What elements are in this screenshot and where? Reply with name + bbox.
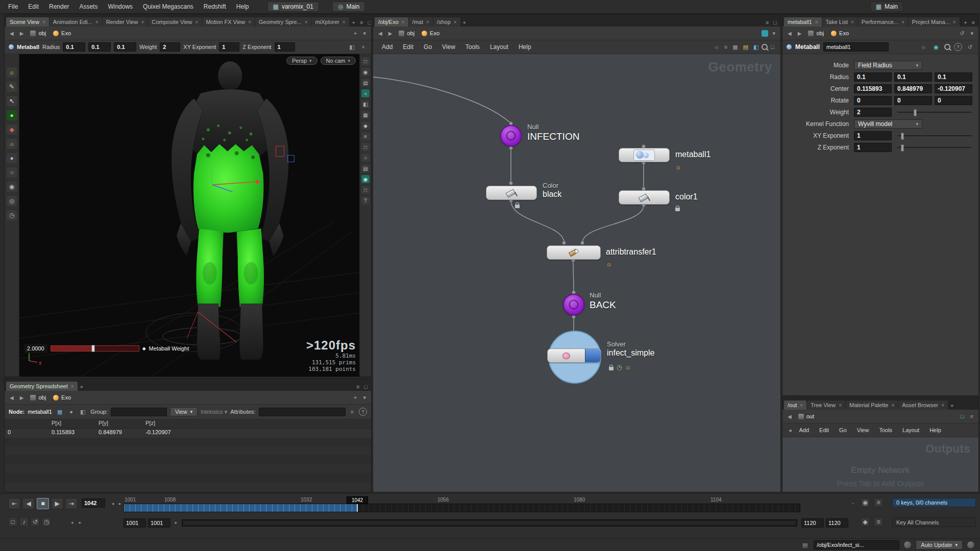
tab-close-icon[interactable]: ×: [141, 19, 144, 25]
viewport-option-icon[interactable]: ▤: [361, 164, 370, 172]
viewport-option-icon[interactable]: ▦: [361, 111, 370, 119]
scene-state-icon[interactable]: ●: [7, 110, 17, 120]
out-menu-help[interactable]: Help: [925, 426, 946, 434]
breadcrumb-obj[interactable]: obj: [28, 394, 48, 401]
node-name[interactable]: metaball1: [28, 409, 52, 415]
center-x-field[interactable]: 0.115893: [854, 84, 892, 93]
intrinsics-dropdown[interactable]: Intrinsics ▾: [201, 409, 227, 415]
lock-icon[interactable]: [609, 367, 614, 370]
tab-close-icon[interactable]: ×: [800, 403, 803, 408]
figure-tool-icon[interactable]: ○: [7, 167, 17, 178]
tab-close-icon[interactable]: ×: [248, 19, 251, 25]
viewport-option-icon[interactable]: ▤: [361, 79, 370, 87]
breadcrumb-out[interactable]: out: [796, 413, 817, 420]
out-menu-view[interactable]: View: [852, 426, 874, 434]
nav-back-icon[interactable]: ◀: [786, 30, 794, 37]
tab-close-icon[interactable]: ×: [42, 19, 45, 25]
tab-geometry-spreadsheet[interactable]: Geometry Spre...×: [255, 17, 311, 27]
ribbon-tool-icon[interactable]: ◆: [7, 124, 17, 135]
tab-close-icon[interactable]: ×: [901, 19, 904, 25]
view-dropdown[interactable]: View▾: [170, 407, 198, 416]
net-color-icon[interactable]: ◧: [751, 43, 761, 52]
search-icon[interactable]: [944, 44, 950, 50]
new-tab-icon[interactable]: +: [350, 18, 357, 27]
tab-close-icon[interactable]: ×: [95, 19, 99, 25]
nav-forward-icon[interactable]: ▶: [796, 30, 804, 37]
prims-view-icon[interactable]: ◧: [78, 408, 87, 416]
tab-close-icon[interactable]: ×: [71, 384, 74, 389]
viewport-option-icon[interactable]: □: [361, 57, 370, 65]
tab-close-icon[interactable]: ×: [195, 19, 199, 25]
select-arrow-icon[interactable]: ↖: [7, 96, 17, 106]
menu-redshift[interactable]: Redshift: [199, 1, 231, 12]
nav-forward-icon[interactable]: ▶: [18, 30, 26, 37]
breadcrumb-exo[interactable]: Exo: [51, 30, 74, 37]
radius-z-field[interactable]: 0.1: [935, 72, 972, 82]
desktop-selector[interactable]: ◎ Main: [332, 2, 365, 12]
add-icon[interactable]: +: [352, 393, 359, 402]
pane-menu-icon[interactable]: ≡: [358, 18, 365, 27]
message-log-icon[interactable]: ▤: [800, 541, 810, 549]
tab-render-view[interactable]: Render View×: [103, 17, 148, 27]
table-row[interactable]: 0 0.115893 0.848979 -0.120907: [5, 429, 371, 438]
radius-y-field[interactable]: 0.1: [894, 72, 932, 82]
node-infect-simple[interactable]: [547, 348, 601, 363]
range-play-icon[interactable]: ▸: [173, 518, 180, 527]
audio-icon[interactable]: ♪: [19, 517, 29, 527]
playhead-frame-label[interactable]: 1042: [347, 496, 368, 504]
breadcrumb-obj[interactable]: obj: [28, 30, 48, 37]
tab-close-icon[interactable]: ×: [851, 19, 854, 25]
net-menu-edit[interactable]: Edit: [398, 42, 418, 52]
tab-asset-browser[interactable]: Asset Browser×: [898, 400, 948, 410]
out-menu-edit[interactable]: Edit: [815, 426, 834, 434]
tab-mixplorer[interactable]: miXplorer×: [312, 17, 349, 27]
out-menu-add[interactable]: Add: [795, 426, 814, 434]
pane-menu-icon[interactable]: ≡: [354, 383, 361, 391]
chevron-down-icon[interactable]: ▾: [968, 29, 975, 38]
gear-flag-icon[interactable]: ☼: [606, 260, 612, 268]
net-flag-icon[interactable]: □: [769, 43, 776, 51]
lock-icon[interactable]: [675, 208, 680, 211]
nav-forward-icon[interactable]: ▶: [18, 394, 26, 401]
node-infection[interactable]: [500, 125, 522, 146]
out-menu-tools[interactable]: Tools: [874, 426, 897, 434]
global-range-track[interactable]: [182, 519, 797, 527]
mode-dropdown[interactable]: Field Radius▾: [854, 61, 922, 70]
no-cam-button[interactable]: No cam▾: [321, 57, 356, 65]
jump-start-button[interactable]: ⇤: [8, 498, 20, 509]
weight-field[interactable]: 2: [160, 42, 180, 52]
auto-key-icon[interactable]: ◉: [861, 498, 870, 507]
tab-close-icon[interactable]: ×: [342, 19, 346, 25]
timeline-track[interactable]: 1001 1008 1032 1056 1080 1104 1042: [124, 497, 800, 513]
net-palette-icon[interactable]: ▤: [741, 43, 750, 52]
breadcrumb-exo[interactable]: Exo: [419, 30, 442, 37]
group-field[interactable]: [111, 408, 167, 416]
add-icon[interactable]: +: [352, 29, 359, 37]
column-header[interactable]: P[z]: [142, 419, 191, 428]
gear-flag-icon[interactable]: ☼: [625, 363, 631, 371]
viewport-option-icon[interactable]: ◆: [361, 121, 370, 130]
viewport-canvas[interactable]: y x: [19, 54, 360, 377]
net-search-icon[interactable]: [762, 44, 768, 50]
tab-take-list[interactable]: Take List×: [822, 17, 857, 27]
desktop-selector-right[interactable]: ▦ Main: [870, 2, 903, 12]
net-menu-view[interactable]: View: [437, 42, 460, 52]
update-mode-dropdown[interactable]: Auto Update ▾: [916, 540, 963, 549]
stop-button[interactable]: ■: [37, 498, 49, 509]
wrench-tool-icon[interactable]: ☼: [7, 67, 17, 78]
viewport-option-icon[interactable]: □: [361, 143, 370, 151]
tab-shop[interactable]: /shop×: [433, 17, 460, 27]
out-menu-go[interactable]: Go: [835, 426, 851, 434]
chevron-down-icon[interactable]: ▾: [361, 29, 368, 38]
flag-icon[interactable]: □: [959, 412, 966, 420]
tab-scene-view[interactable]: Scene View×: [6, 17, 49, 27]
radius-x-field[interactable]: 0.1: [854, 72, 892, 82]
playback-end-field[interactable]: 1120: [801, 518, 824, 528]
view-lock-icon[interactable]: ◉: [361, 175, 370, 183]
tab-close-icon[interactable]: ×: [426, 19, 429, 25]
toolbar-options-icon[interactable]: ◧: [347, 43, 356, 52]
lock-icon[interactable]: [515, 205, 520, 208]
tab-tree-view[interactable]: Tree View×: [807, 400, 845, 410]
z-exponent-field[interactable]: 1: [275, 42, 295, 52]
jump-end-button[interactable]: ⇥: [65, 498, 78, 509]
